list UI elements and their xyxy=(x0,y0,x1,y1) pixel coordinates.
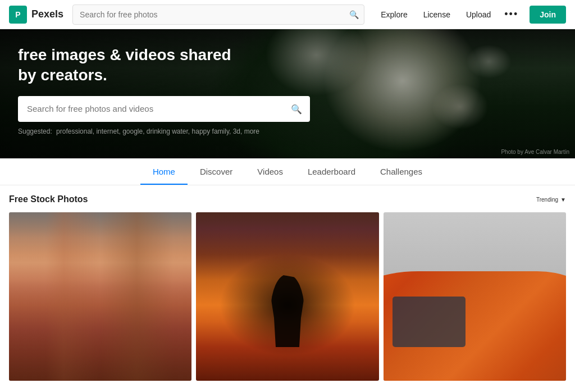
nav-link-upload[interactable]: Upload xyxy=(459,6,498,24)
brand-name: Pexels xyxy=(31,8,63,20)
nav-more-button[interactable]: ••• xyxy=(500,4,523,25)
photo-grid xyxy=(9,212,566,381)
nav-link-explore[interactable]: Explore xyxy=(374,6,414,24)
photo-column-3 xyxy=(384,212,566,381)
nav-links: Explore License Upload ••• Join xyxy=(374,4,566,25)
trending-chevron-icon: ▼ xyxy=(560,197,566,203)
gallery-header: Free Stock Photos Trending ▼ xyxy=(9,194,566,204)
hero-title: free images & videos shared by creators. xyxy=(18,45,254,86)
hero-search-bar: 🔍 xyxy=(18,96,310,122)
trending-dropdown[interactable]: Trending ▼ xyxy=(536,197,566,203)
woman-silhouette xyxy=(271,274,304,347)
hero-content: free images & videos shared by creators.… xyxy=(0,29,575,135)
tab-home[interactable]: Home xyxy=(140,159,188,184)
tab-leaderboard[interactable]: Leaderboard xyxy=(295,159,368,184)
trending-label: Trending xyxy=(536,197,558,203)
tab-challenges[interactable]: Challenges xyxy=(368,159,435,184)
join-button[interactable]: Join xyxy=(530,6,566,24)
logo-icon: P xyxy=(9,6,27,24)
photo-card-canyon[interactable] xyxy=(9,212,191,381)
photo-column-2 xyxy=(196,212,378,381)
photo-card-car[interactable] xyxy=(384,212,566,381)
hero-suggested: Suggested: professional, internet, googl… xyxy=(18,127,557,135)
nav-link-license[interactable]: License xyxy=(417,6,457,24)
photo-column-1 xyxy=(9,212,191,381)
hero-suggested-items: professional, internet, google, drinking… xyxy=(56,127,259,135)
tab-discover[interactable]: Discover xyxy=(188,159,245,184)
gallery-title: Free Stock Photos xyxy=(9,194,88,204)
gallery-section: Free Stock Photos Trending ▼ xyxy=(0,185,575,381)
nav-search-input[interactable] xyxy=(72,4,364,25)
nav-search-icon: 🔍 xyxy=(349,10,359,19)
hero-search-input[interactable] xyxy=(18,96,310,122)
hero-suggested-label: Suggested: xyxy=(18,127,52,135)
tabs-bar: Home Discover Videos Leaderboard Challen… xyxy=(0,158,575,185)
nav-search-container: 🔍 xyxy=(72,4,364,25)
hero-section: free images & videos shared by creators.… xyxy=(0,29,575,158)
hero-photo-credit: Photo by Ave Calvar Martín xyxy=(501,149,569,155)
photo-card-woman[interactable] xyxy=(196,212,378,381)
navbar: P Pexels 🔍 Explore License Upload ••• Jo… xyxy=(0,0,575,29)
logo[interactable]: P Pexels xyxy=(9,6,63,24)
tab-videos[interactable]: Videos xyxy=(245,159,295,184)
hero-search-icon: 🔍 xyxy=(291,103,302,114)
